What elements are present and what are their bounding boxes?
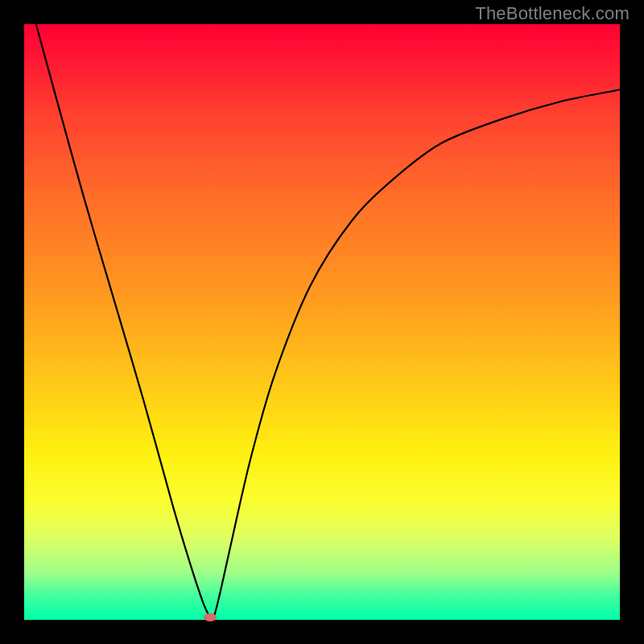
curve-path [36, 24, 620, 618]
minimum-marker [204, 613, 217, 621]
plot-area [24, 24, 620, 620]
bottleneck-curve [24, 24, 620, 620]
watermark-text: TheBottleneck.com [475, 3, 630, 24]
